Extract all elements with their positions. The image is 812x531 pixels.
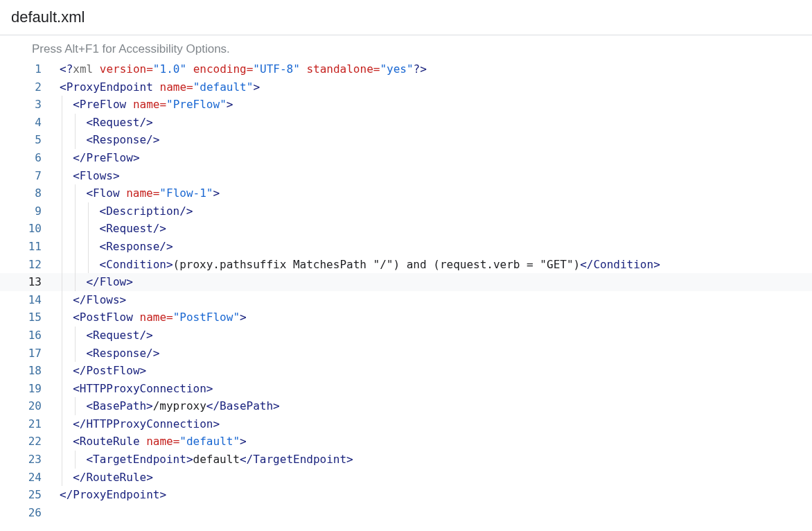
code-content[interactable]: </Flows> [60, 291, 126, 309]
code-token: <ProxyEndpoint [60, 80, 160, 94]
code-token: > [213, 186, 220, 200]
code-token: "Flow-1" [159, 186, 213, 200]
code-content[interactable]: <Request/> [60, 220, 166, 238]
code-token: <Request/> [86, 329, 152, 342]
code-token: /myproxy [153, 399, 206, 412]
line-number: 26 [0, 504, 60, 522]
code-line[interactable]: 9<Description/> [0, 202, 812, 220]
code-line[interactable]: 12<Condition>(proxy.pathsuffix MatchesPa… [0, 256, 812, 274]
code-line[interactable]: 7<Flows> [0, 167, 812, 185]
code-token: name= [160, 80, 193, 94]
code-token: <? [60, 62, 73, 76]
code-content[interactable]: <Request/> [60, 327, 153, 345]
code-content[interactable]: <Flow name="Flow-1"> [60, 184, 220, 202]
code-token: xml [73, 62, 100, 76]
code-content[interactable]: <?xml version="1.0" encoding="UTF-8" sta… [60, 60, 427, 78]
line-number: 16 [0, 327, 60, 345]
code-line[interactable]: 2<ProxyEndpoint name="default"> [0, 78, 812, 96]
file-name: default.xml [11, 8, 85, 26]
line-number: 14 [0, 291, 60, 309]
code-line[interactable]: 13</Flow> [0, 273, 812, 291]
code-token: <RouteRule [73, 435, 146, 448]
code-token: </HTTPProxyConnection> [73, 417, 220, 430]
code-line[interactable]: 20<BasePath>/myproxy</BasePath> [0, 397, 812, 415]
editor-header: default.xml [0, 0, 812, 35]
line-number: 11 [0, 238, 60, 256]
code-token: "UTF-8" [253, 62, 299, 76]
code-token: <PreFlow [73, 98, 133, 111]
code-content[interactable]: <Description/> [60, 202, 193, 220]
code-line[interactable]: 17<Response/> [0, 345, 812, 363]
accessibility-hint: Press Alt+F1 for Accessibility Options. [0, 41, 812, 60]
code-token: "default" [179, 435, 240, 448]
code-token: <Flows> [73, 169, 119, 182]
code-content[interactable]: <RouteRule name="default"> [60, 433, 247, 451]
code-line[interactable]: 24</RouteRule> [0, 469, 812, 487]
code-line[interactable]: 26 [0, 504, 812, 522]
code-line[interactable]: 5<Response/> [0, 131, 812, 149]
code-token: > [253, 80, 260, 94]
line-number: 19 [0, 380, 60, 398]
code-line[interactable]: 6</PreFlow> [0, 149, 812, 167]
code-line[interactable]: 19<HTTPProxyConnection> [0, 380, 812, 398]
code-token: version= [100, 62, 153, 76]
code-token: "default" [193, 80, 254, 94]
line-number: 20 [0, 397, 60, 415]
code-content[interactable]: <Flows> [60, 167, 120, 185]
code-content[interactable]: <Condition>(proxy.pathsuffix MatchesPath… [60, 256, 660, 274]
code-line[interactable]: 10<Request/> [0, 220, 812, 238]
code-content[interactable]: </HTTPProxyConnection> [60, 415, 220, 433]
code-line[interactable]: 15<PostFlow name="PostFlow"> [0, 308, 812, 327]
code-content[interactable]: <BasePath>/myproxy</BasePath> [60, 397, 280, 415]
code-content[interactable]: <Request/> [60, 114, 153, 132]
line-number: 10 [0, 220, 60, 238]
code-token: <Description/> [100, 204, 193, 218]
code-token: <Request/> [86, 116, 152, 129]
code-token: <Condition> [100, 258, 173, 271]
code-token: </Flows> [73, 293, 126, 306]
line-number: 8 [0, 184, 60, 202]
code-line[interactable]: 1<?xml version="1.0" encoding="UTF-8" st… [0, 60, 812, 78]
code-token: > [227, 98, 233, 111]
code-content[interactable]: <PostFlow name="PostFlow"> [60, 308, 247, 327]
line-number: 12 [0, 256, 60, 274]
code-token: "yes" [380, 62, 413, 76]
code-token: encoding= [186, 62, 253, 76]
code-line[interactable]: 25</ProxyEndpoint> [0, 486, 812, 504]
code-content[interactable]: </PreFlow> [60, 149, 140, 167]
code-content[interactable]: <PreFlow name="PreFlow"> [60, 96, 233, 114]
code-line[interactable]: 8<Flow name="Flow-1"> [0, 184, 812, 202]
code-content[interactable]: <TargetEndpoint>default</TargetEndpoint> [60, 451, 353, 469]
code-content[interactable]: <Response/> [60, 131, 159, 149]
code-token: <Response/> [100, 240, 173, 253]
code-area[interactable]: 1<?xml version="1.0" encoding="UTF-8" st… [0, 60, 812, 521]
code-line[interactable]: 21</HTTPProxyConnection> [0, 415, 812, 433]
code-content[interactable]: <Response/> [60, 238, 173, 256]
code-line[interactable]: 18</PostFlow> [0, 362, 812, 380]
code-line[interactable]: 14</Flows> [0, 291, 812, 309]
code-line[interactable]: 4<Request/> [0, 114, 812, 132]
code-editor[interactable]: Press Alt+F1 for Accessibility Options. … [0, 35, 812, 521]
line-number: 23 [0, 451, 60, 469]
code-content[interactable]: <Response/> [60, 345, 159, 363]
code-token: <Response/> [86, 133, 159, 146]
code-token: standalone= [300, 62, 380, 76]
code-content[interactable]: </RouteRule> [60, 469, 153, 487]
code-content[interactable]: <HTTPProxyConnection> [60, 380, 213, 398]
code-token: "PreFlow" [166, 98, 227, 111]
code-content[interactable]: </Flow> [60, 273, 133, 291]
code-token: name= [140, 311, 173, 324]
code-content[interactable]: <ProxyEndpoint name="default"> [60, 78, 260, 96]
code-line[interactable]: 11<Response/> [0, 238, 812, 256]
code-token: ?> [414, 62, 427, 76]
code-token: <TargetEndpoint> [86, 453, 193, 466]
code-content[interactable]: </PostFlow> [60, 362, 146, 380]
code-line[interactable]: 23<TargetEndpoint>default</TargetEndpoin… [0, 451, 812, 469]
code-token: </TargetEndpoint> [240, 453, 353, 466]
line-number: 13 [0, 273, 60, 291]
code-line[interactable]: 16<Request/> [0, 327, 812, 345]
code-line[interactable]: 22<RouteRule name="default"> [0, 433, 812, 451]
code-token: default [193, 453, 240, 466]
code-content[interactable]: </ProxyEndpoint> [60, 486, 166, 504]
code-line[interactable]: 3<PreFlow name="PreFlow"> [0, 96, 812, 114]
